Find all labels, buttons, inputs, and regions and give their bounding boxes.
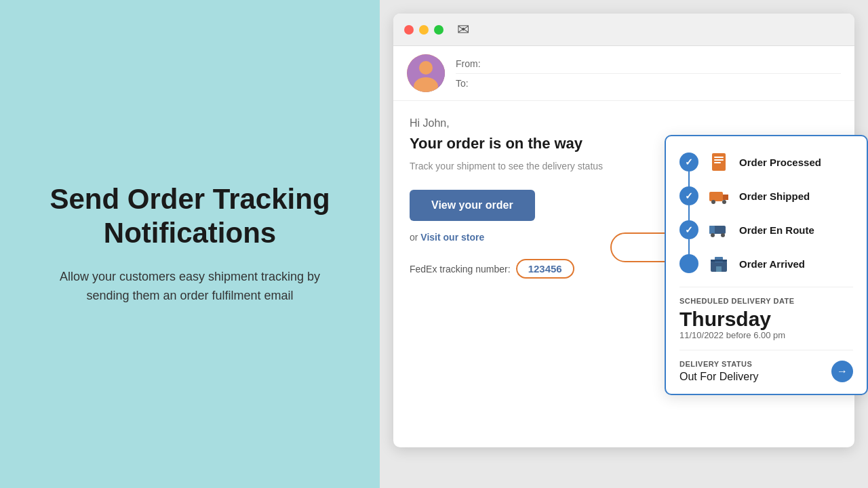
email-fields: From: To: [456,58,841,89]
hero-description: Allow your customers easy shipment track… [41,267,339,306]
order-enroute-icon [707,218,731,242]
browser-titlebar: ✉ [393,14,854,46]
svg-point-10 [722,200,726,204]
tracking-step: ✓ Order En Route [679,218,853,242]
to-field-row: To: [456,78,841,89]
view-order-button[interactable]: View your order [410,190,535,221]
tracking-step: Order Arrived [679,251,853,276]
traffic-light-red[interactable] [404,25,414,35]
svg-point-14 [721,233,725,237]
tracking-steps: ✓ Order Processed [679,150,853,276]
or-text: or [410,232,418,243]
delivery-status-group: DELIVERY STATUS Out For Delivery [679,360,758,383]
tracking-step: ✓ Order Shipped [679,184,853,208]
step-label-processed: Order Processed [739,157,821,168]
delivery-date-section: SCHEDULED DELIVERY DATE Thursday 11/10/2… [679,297,853,340]
tracking-step: ✓ Order Processed [679,150,853,174]
from-field-row: From: [456,58,841,74]
check-icon: ✓ [685,190,693,201]
order-shipped-icon [707,184,731,208]
left-panel: Send Order Tracking Notifications Allow … [0,0,380,488]
step-dot-arrived [679,254,698,273]
divider [679,287,853,287]
arrow-right-icon: → [837,365,848,378]
scheduled-delivery-label: SCHEDULED DELIVERY DATE [679,297,853,305]
from-label: From: [456,58,483,69]
right-panel: ✉ From: To: [380,0,868,488]
svg-rect-12 [709,226,715,234]
check-icon: ✓ [685,224,693,235]
step-check-shipped: ✓ [679,186,698,205]
svg-rect-18 [711,260,727,262]
hero-heading: Send Order Tracking Notifications [41,182,339,251]
visit-store-link[interactable]: Visit our store [420,232,484,243]
to-label: To: [456,78,483,89]
traffic-light-green[interactable] [434,25,443,35]
browser-window: ✉ From: To: [393,14,854,447]
step-check-processed: ✓ [679,152,698,171]
email-content: From: To: Hi John, Your order is on the … [393,46,854,299]
svg-rect-7 [714,162,721,163]
delivery-status-value: Out For Delivery [679,371,758,383]
delivery-status-label: DELIVERY STATUS [679,360,758,368]
order-processed-icon [707,150,731,174]
email-header: From: To: [393,46,854,101]
svg-rect-5 [714,157,724,158]
step-check-enroute: ✓ [679,220,698,239]
svg-point-9 [711,200,715,204]
step-label-enroute: Order En Route [739,224,814,236]
tracking-label: FedEx tracking number: [410,264,511,274]
check-icon: ✓ [685,157,693,167]
traffic-light-yellow[interactable] [419,25,429,35]
traffic-lights [404,25,443,35]
svg-rect-6 [714,159,724,161]
svg-point-1 [419,61,433,75]
greeting: Hi John, [410,117,838,129]
step-label-arrived: Order Arrived [739,258,805,270]
mail-icon: ✉ [457,21,469,39]
tracking-card: ✓ Order Processed [665,135,868,395]
order-arrived-icon [707,251,731,276]
email-body: Hi John, Your order is on the way Track … [393,101,854,299]
avatar [407,54,445,92]
divider [679,350,853,350]
svg-rect-8 [709,192,723,201]
step-label-shipped: Order Shipped [739,190,810,202]
delivery-date-detail: 11/10/2022 before 6.00 pm [679,330,853,340]
svg-point-13 [711,233,715,237]
delivery-day: Thursday [679,308,853,330]
delivery-status-section: DELIVERY STATUS Out For Delivery → [679,360,853,383]
delivery-status-button[interactable]: → [831,361,853,382]
tracking-number: 123456 [516,259,574,279]
svg-rect-17 [716,266,722,272]
